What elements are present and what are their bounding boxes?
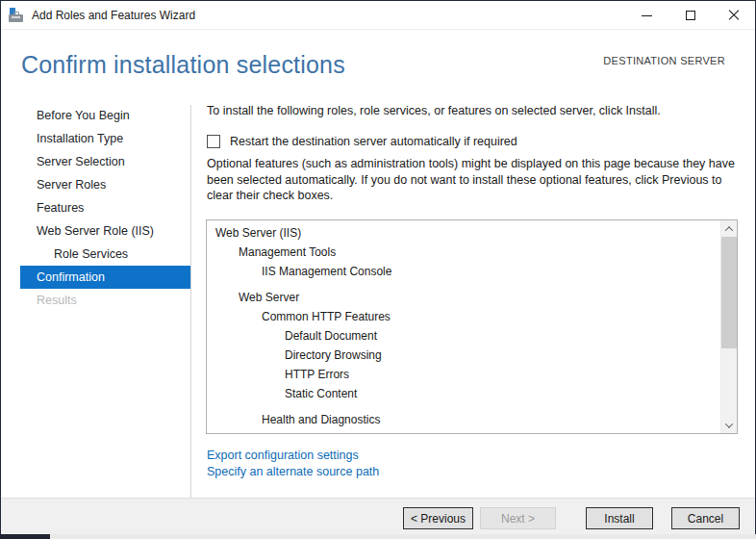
sidebar-item-before-you-begin[interactable]: Before You Begin bbox=[20, 104, 190, 127]
scroll-down-button[interactable] bbox=[721, 417, 737, 433]
tree-item[interactable]: Common HTTP Features bbox=[207, 307, 720, 326]
minimize-button[interactable] bbox=[625, 1, 668, 30]
titlebar: Add Roles and Features Wizard bbox=[1, 1, 755, 30]
tree-item[interactable]: Management Tools bbox=[207, 243, 720, 262]
scroll-up-button[interactable] bbox=[721, 220, 737, 237]
tree-item[interactable]: Default Document bbox=[207, 326, 720, 346]
maximize-icon bbox=[686, 11, 695, 20]
sidebar-item-installation-type[interactable]: Installation Type bbox=[20, 127, 190, 150]
destination-server-label: DESTINATION SERVER bbox=[603, 55, 725, 66]
list-scrollbar[interactable] bbox=[720, 220, 737, 433]
alternate-source-path-link[interactable]: Specify an alternate source path bbox=[207, 465, 379, 478]
window-title: Add Roles and Features Wizard bbox=[32, 9, 195, 22]
tree-item[interactable]: Static Content bbox=[207, 384, 720, 403]
desktop-background-sliver bbox=[0, 534, 756, 539]
optional-features-note: Optional features (such as administratio… bbox=[207, 156, 742, 204]
restart-checkbox[interactable] bbox=[207, 135, 220, 148]
page-title: Confirm installation selections bbox=[21, 51, 345, 79]
scrollbar-thumb[interactable] bbox=[721, 237, 737, 348]
close-button[interactable] bbox=[712, 1, 755, 30]
chevron-up-icon bbox=[725, 226, 733, 234]
tree-item[interactable]: IIS Management Console bbox=[207, 262, 720, 281]
close-icon bbox=[728, 10, 740, 21]
sidebar-divider bbox=[190, 105, 191, 498]
tree-item[interactable]: Health and Diagnostics bbox=[207, 410, 720, 429]
sidebar-item-role-services[interactable]: Role Services bbox=[20, 243, 190, 266]
export-configuration-link[interactable]: Export configuration settings bbox=[207, 449, 359, 462]
footer-bar: < Previous Next > Install Cancel bbox=[1, 498, 755, 534]
tree-item[interactable]: Directory Browsing bbox=[207, 346, 720, 365]
cancel-button[interactable]: Cancel bbox=[671, 507, 740, 529]
sidebar-item-features[interactable]: Features bbox=[20, 196, 190, 219]
wizard-steps-sidebar: Before You Begin Installation Type Serve… bbox=[1, 104, 190, 312]
sidebar-item-confirmation[interactable]: Confirmation bbox=[20, 266, 190, 289]
next-button: Next > bbox=[480, 507, 556, 529]
chevron-down-icon bbox=[725, 420, 733, 427]
tree-item[interactable]: HTTP Errors bbox=[207, 365, 720, 384]
sidebar-item-server-selection[interactable]: Server Selection bbox=[20, 150, 190, 173]
server-manager-icon bbox=[9, 8, 24, 23]
selected-items-list[interactable]: Web Server (IIS) Management Tools IIS Ma… bbox=[206, 219, 738, 434]
tree-item[interactable]: Web Server bbox=[207, 288, 720, 307]
previous-button[interactable]: < Previous bbox=[403, 507, 473, 529]
minimize-icon bbox=[642, 15, 652, 16]
tree-item[interactable]: HTTP Logging bbox=[207, 429, 720, 434]
intro-text: To install the following roles, role ser… bbox=[207, 104, 738, 117]
sidebar-item-web-server-role-iis[interactable]: Web Server Role (IIS) bbox=[20, 219, 190, 243]
install-button[interactable]: Install bbox=[586, 507, 653, 529]
sidebar-item-server-roles[interactable]: Server Roles bbox=[20, 173, 190, 196]
wizard-window: Add Roles and Features Wizard Confirm in… bbox=[0, 0, 756, 534]
sidebar-item-results: Results bbox=[20, 289, 190, 312]
maximize-button[interactable] bbox=[668, 1, 712, 30]
restart-checkbox-label[interactable]: Restart the destination server automatic… bbox=[230, 135, 517, 148]
tree-item[interactable]: Web Server (IIS) bbox=[207, 223, 720, 243]
